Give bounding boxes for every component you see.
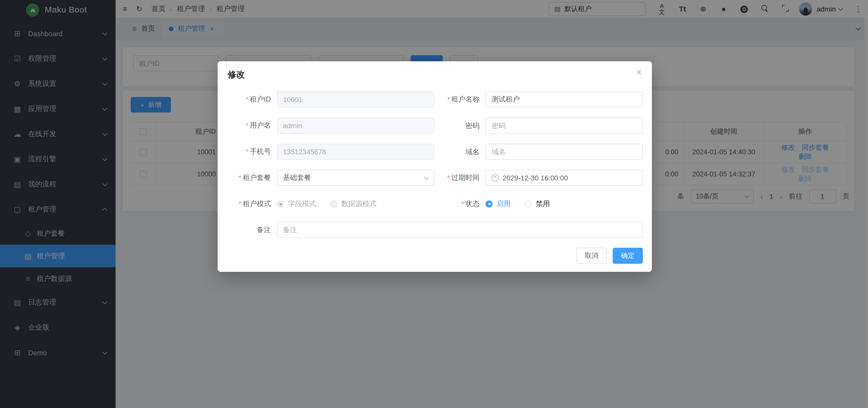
mobile-field[interactable]: [277, 144, 434, 160]
form-row: *租户模式 字段模式 数据源模式 *状态 启用 禁用: [223, 195, 643, 212]
expire-datetime-picker[interactable]: 2029-12-30 16:00:00: [486, 169, 643, 186]
dialog-footer: 取消 确定: [577, 248, 643, 264]
edit-tenant-dialog: 修改 × *租户ID *租户名称 *用户名 密码 *手机号 域名: [218, 61, 652, 272]
status-label: 状态: [465, 199, 479, 208]
mobile-label: 手机号: [250, 147, 271, 155]
required-mark: *: [239, 200, 241, 208]
radio-icon: [330, 200, 337, 207]
package-select-value: 基础套餐: [283, 173, 311, 182]
required-mark: *: [246, 148, 248, 155]
required-mark: *: [461, 200, 464, 208]
required-mark: *: [447, 174, 450, 181]
clock-icon: [492, 174, 499, 181]
package-label: 租户套餐: [243, 174, 271, 181]
dialog-header: 修改 ×: [218, 61, 652, 81]
dialog-form: *租户ID *租户名称 *用户名 密码 *手机号 域名 *租户套餐: [218, 81, 652, 238]
username-field[interactable]: [277, 117, 434, 133]
required-mark: *: [246, 122, 248, 129]
radio-icon: [486, 200, 493, 207]
expire-value: 2029-12-30 16:00:00: [503, 174, 568, 182]
confirm-button[interactable]: 确定: [613, 248, 643, 264]
app-stage: Maku Boot ⊞ Dashboard ☑ 权限管理 ⚙ 系统设置 ▦ 应用…: [0, 0, 868, 408]
remark-field[interactable]: [277, 222, 643, 238]
form-row: *租户ID *租户名称: [223, 91, 643, 107]
expire-label: 过期时间: [451, 174, 479, 181]
form-row: *用户名 密码: [223, 117, 643, 134]
required-mark: *: [239, 174, 241, 181]
dialog-title: 修改: [228, 70, 245, 80]
required-mark: *: [246, 95, 248, 103]
remark-label: 备注: [257, 226, 271, 233]
password-field[interactable]: [486, 117, 643, 133]
tenant-id-label: 租户ID: [250, 95, 271, 103]
cancel-button[interactable]: 取消: [577, 248, 607, 264]
domain-field[interactable]: [486, 144, 643, 160]
tenant-name-field[interactable]: [486, 91, 643, 107]
mode-radio-group: 字段模式 数据源模式: [277, 199, 434, 208]
domain-label: 域名: [465, 148, 479, 156]
tenant-name-label: 租户名称: [451, 95, 479, 103]
username-label: 用户名: [250, 121, 271, 129]
form-row: 备注: [223, 222, 643, 238]
radio-icon: [277, 200, 284, 207]
package-select[interactable]: 基础套餐: [277, 169, 434, 186]
required-mark: *: [447, 95, 450, 103]
mode-label: 租户模式: [243, 199, 271, 208]
mode-datasource-radio[interactable]: 数据源模式: [330, 199, 376, 208]
status-disabled-radio[interactable]: 禁用: [525, 199, 550, 208]
status-enabled-radio[interactable]: 启用: [486, 199, 510, 208]
mode-field-radio[interactable]: 字段模式: [277, 199, 316, 208]
form-row: *租户套餐 基础套餐 *过期时间 2029-12-30 16:00:00: [223, 169, 643, 186]
close-dialog-icon[interactable]: ×: [636, 67, 642, 77]
tenant-id-field[interactable]: [277, 91, 434, 107]
password-label: 密码: [465, 121, 479, 129]
status-radio-group: 启用 禁用: [486, 199, 564, 208]
chevron-down-icon: [424, 175, 429, 179]
form-row: *手机号 域名: [223, 143, 643, 160]
radio-icon: [525, 200, 532, 207]
